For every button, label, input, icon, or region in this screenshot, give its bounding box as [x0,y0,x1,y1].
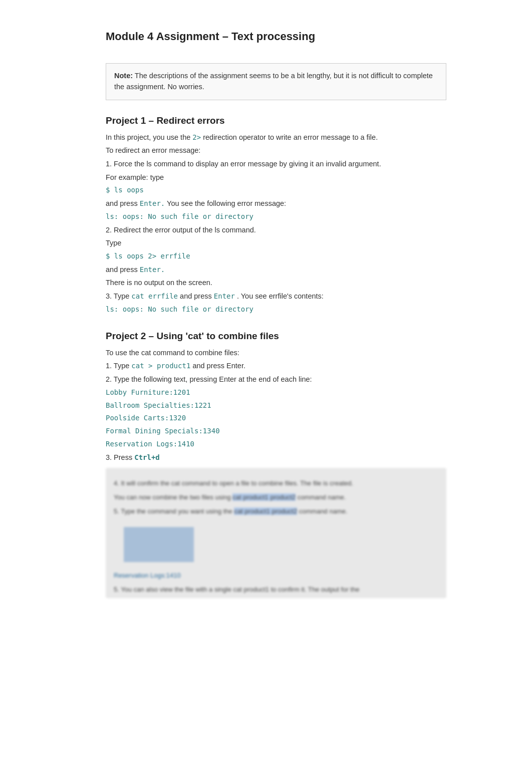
project1-content: In this project, you use the 2> redirect… [106,131,446,316]
project1-step3-prefix: 3. Type [106,292,129,300]
project1-enter1: Enter. [140,199,165,207]
blurred-diagram [114,522,438,567]
page-title: Module 4 Assignment – Text processing [106,30,446,43]
project1-enter2: Enter. [140,266,165,274]
project1-title: Project 1 – Redirect errors [106,115,446,126]
project2-line1: Lobby Furniture:1201 [106,387,446,399]
project1-step3-enter: Enter [214,292,235,300]
project2-step1-prefix: 1. Type [106,362,129,370]
project1-to-redirect: To redirect an error message: [106,144,446,157]
blurred-line4: Reservation Logs:1410 [114,570,438,581]
project1-step2-result: There is no output on the screen. [106,277,446,289]
blurred-content: 4. It will confirm the cat command to op… [106,468,446,598]
project2-line2: Ballroom Specialties:1221 [106,400,446,412]
blurred-line3: 5. Type the command you want using the c… [114,506,438,517]
project1-cmd1: $ ls oops [106,184,446,196]
project2-step1-cmd: cat > product1 [131,362,190,370]
project2-line3: Poolside Carts:1320 [106,412,446,424]
blurred-line2: You can now combine the two files using … [114,492,438,503]
blurred-box1 [124,527,194,562]
project1-intro-cont: redirection operator to write an error m… [203,133,378,141]
project2-section: Project 2 – Using 'cat' to combine files… [106,331,446,598]
project1-cmd2: $ ls oops 2> errfile [106,250,446,263]
project1-step2-type: Type [106,237,446,249]
project2-intro: To use the cat command to combine files: [106,347,446,359]
project1-error1: ls: oops: No such file or directory [106,211,446,223]
project1-step2-press: and press [106,266,138,274]
project1-error2: ls: oops: No such file or directory [106,304,446,316]
note-label: Note: [114,72,133,80]
project2-step3-prefix: 3. Press [106,453,132,461]
project1-step1: 1. Force the ls command to display an er… [106,158,446,170]
project1-step2: 2. Redirect the error output of the ls c… [106,224,446,236]
project2-step3-cmd: Ctrl+d [134,453,160,461]
project1-section: Project 1 – Redirect errors In this proj… [106,115,446,316]
project1-step1-example: For example: type [106,171,446,184]
project1-step3-middle: and press [180,292,212,300]
blurred-line5: 5. You can also view the file with a sin… [114,584,438,595]
project1-step3-see: . You see errfile's contents: [237,292,324,300]
project2-step2: 2. Type the following text, pressing Ent… [106,373,446,386]
project2-content: To use the cat command to combine files:… [106,347,446,464]
note-block: Note: The descriptions of the assignment… [106,63,446,100]
redirect-op: 2> [192,133,201,141]
project1-step1-press: and press [106,199,138,207]
note-text: The descriptions of the assignment seems… [114,72,433,91]
project1-see: You see the following error message: [167,199,286,207]
project2-title: Project 2 – Using 'cat' to combine files [106,331,446,342]
project2-line4: Formal Dining Specials:1340 [106,425,446,437]
project1-intro: In this project, you use the [106,133,190,141]
project2-step1-suffix: and press Enter. [192,362,245,370]
project1-step3-cmd: cat errfile [131,292,178,300]
project2-line5: Reservation Logs:1410 [106,438,446,450]
blurred-line1: 4. It will confirm the cat command to op… [114,478,438,489]
